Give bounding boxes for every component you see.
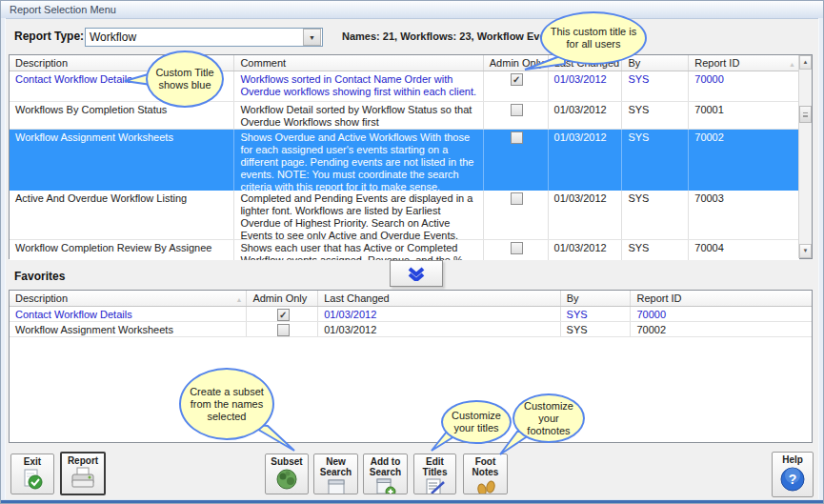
favorites-row[interactable]: Workflow Assignment Worksheets 01/03/201… <box>10 322 812 337</box>
report-selection-window: Report Selection Menu Report Type: Workf… <box>0 0 824 504</box>
new-search-icon <box>326 478 347 494</box>
report-type-dropdown[interactable]: Workflow ▼ <box>85 28 323 47</box>
admin-only-checkbox[interactable] <box>511 242 523 254</box>
row-last-changed: 01/03/2012 <box>549 102 623 129</box>
col-report-id[interactable]: Report ID ▲ <box>689 55 799 71</box>
printer-icon <box>70 467 96 492</box>
report-type-label: Report Type: <box>14 30 84 43</box>
sort-asc-icon: ▲ <box>789 59 795 71</box>
favorites-label: Favorites <box>14 270 65 283</box>
report-button[interactable]: Report <box>60 452 106 495</box>
custom-title-callout: Custom Title shows blue <box>146 50 224 108</box>
subset-button[interactable]: Subset <box>265 454 309 494</box>
row-by: SYS <box>622 71 689 101</box>
admin-only-checkbox[interactable] <box>511 131 523 144</box>
row-report-id: 70002 <box>689 130 799 191</box>
table-row-selected[interactable]: Workflow Assignment Worksheets Shows Ove… <box>10 130 799 191</box>
footnotes-callout: Customize your footnotes <box>512 393 585 443</box>
admin-only-checkbox[interactable]: ✓ <box>277 309 290 321</box>
row-by: SYS <box>622 102 689 129</box>
favorites-table: Description ▲ Admin Only Last Changed By… <box>9 290 813 443</box>
window-frame-right <box>818 18 823 503</box>
col-description[interactable]: Description ▲ <box>10 291 247 306</box>
col-report-id[interactable]: Report ID <box>631 291 812 306</box>
table-row[interactable]: Active And Overdue Workflow Listing Comp… <box>10 191 799 240</box>
title-bar[interactable]: Report Selection Menu <box>1 1 823 19</box>
favorites-header: Description ▲ Admin Only Last Changed By… <box>10 291 812 307</box>
row-comment: Shows each user that has Active or Compl… <box>234 240 483 260</box>
edit-titles-icon <box>424 478 447 494</box>
row-description[interactable]: Workflow Assignment Worksheets <box>10 322 247 336</box>
row-report-id: 70000 <box>631 307 812 321</box>
all-users-callout: This custom title is for all users <box>540 11 647 65</box>
sort-asc-icon: ▲ <box>235 294 242 306</box>
double-chevron-down-icon <box>406 267 427 281</box>
table-row[interactable]: Workflows By Completion Status Workflow … <box>10 102 799 130</box>
row-last-changed: 01/03/2012 <box>549 130 623 191</box>
row-by: SYS <box>561 307 632 321</box>
vertical-scrollbar[interactable]: ▲ ▼ <box>798 55 812 258</box>
expand-favorites-button[interactable] <box>390 260 443 287</box>
report-type-value: Workflow <box>86 30 303 44</box>
admin-only-checkbox[interactable] <box>277 324 290 336</box>
admin-only-checkbox[interactable] <box>511 104 523 116</box>
row-description[interactable]: Workflow Assignment Worksheets <box>10 130 234 191</box>
row-report-id: 70004 <box>689 240 799 260</box>
row-comment: Workflows sorted in Contact Name Order w… <box>234 71 483 101</box>
row-report-id: 70003 <box>689 191 799 239</box>
window-frame-bottom <box>1 499 823 503</box>
chevron-down-icon[interactable]: ▼ <box>303 29 321 46</box>
footprints-icon <box>473 478 498 494</box>
col-admin-only[interactable]: Admin Only <box>247 291 318 306</box>
row-last-changed: 01/03/2012 <box>549 240 623 260</box>
row-description[interactable]: Contact Workflow Details <box>10 307 247 321</box>
scrollbar-thumb[interactable] <box>799 106 812 123</box>
window-title: Report Selection Menu <box>1 4 116 15</box>
row-report-id: 70001 <box>689 102 799 129</box>
row-comment: Workflow Detail sorted by Workflow Statu… <box>234 102 483 129</box>
row-comment: Shows Overdue and Active Workflows With … <box>234 130 483 191</box>
row-by: SYS <box>622 240 689 260</box>
exit-button[interactable]: Exit <box>10 454 54 494</box>
help-button[interactable]: Help ? <box>772 452 814 497</box>
row-description[interactable]: Workflow Completion Review By Assignee <box>10 240 234 260</box>
row-report-id: 70000 <box>689 71 799 101</box>
subset-globe-icon <box>275 468 298 491</box>
scroll-up-button[interactable]: ▲ <box>799 55 812 70</box>
titles-callout: Customize your titles <box>441 400 512 444</box>
col-by[interactable]: By <box>622 55 689 71</box>
row-last-changed: 01/03/2012 <box>318 307 560 321</box>
window-frame-left <box>1 18 6 503</box>
admin-only-checkbox[interactable] <box>511 192 523 205</box>
row-last-changed: 01/03/2012 <box>549 71 623 101</box>
row-by: SYS <box>622 130 689 191</box>
scroll-down-button[interactable]: ▼ <box>799 244 812 258</box>
svg-text:?: ? <box>789 472 797 487</box>
row-last-changed: 01/03/2012 <box>549 191 623 239</box>
row-by: SYS <box>561 322 632 336</box>
new-search-button[interactable]: New Search <box>313 454 358 494</box>
col-comment[interactable]: Comment <box>234 55 483 71</box>
subset-callout: Create a subset from the names selected <box>179 368 274 440</box>
row-report-id: 70002 <box>631 322 812 336</box>
add-to-search-icon <box>374 478 397 494</box>
row-comment: Completed and Pending Events are display… <box>234 191 483 239</box>
row-last-changed: 01/03/2012 <box>318 322 560 336</box>
col-by[interactable]: By <box>561 291 632 306</box>
col-last-changed[interactable]: Last Changed <box>318 291 560 306</box>
add-to-search-button[interactable]: Add to Search <box>363 454 408 494</box>
row-by: SYS <box>622 191 689 239</box>
edit-titles-button[interactable]: Edit Titles <box>413 454 456 494</box>
help-icon: ? <box>779 466 806 493</box>
row-description[interactable]: Workflows By Completion Status <box>10 102 234 129</box>
admin-only-checkbox[interactable]: ✓ <box>511 73 523 86</box>
favorites-row[interactable]: Contact Workflow Details ✓ 01/03/2012 SY… <box>10 307 812 322</box>
row-description[interactable]: Active And Overdue Workflow Listing <box>10 191 234 239</box>
table-row[interactable]: Workflow Completion Review By Assignee S… <box>10 240 799 260</box>
foot-notes-button[interactable]: Foot Notes <box>463 454 508 494</box>
exit-icon <box>21 468 44 491</box>
report-table-header: Description Comment Admin Only Last Chan… <box>10 55 799 71</box>
